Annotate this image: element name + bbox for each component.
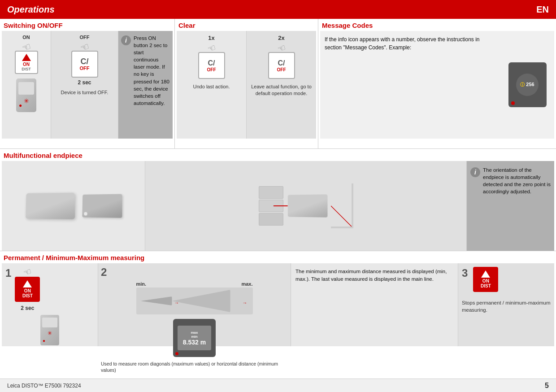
device-body: ● ✳: [16, 78, 36, 112]
step1-graphic: ☞ ON DIST 2 sec: [15, 267, 40, 311]
step1-num: 1: [5, 267, 11, 279]
switching-content: ON ☞ ON DIST ●: [2, 31, 173, 139]
display-red-dot: [175, 352, 178, 355]
perm-step1-row: 1 ☞ ON DIST 2 sec: [5, 267, 94, 311]
c-slash-1x: C/: [208, 59, 215, 67]
messages-text-panel: If the info icon appears with a number, …: [320, 31, 500, 139]
clear-1x-button: C/ OFF: [198, 52, 225, 79]
display-max: max: [191, 331, 198, 335]
page-title: Operations: [7, 4, 55, 15]
off-btn-text: OFF: [80, 65, 90, 71]
multi-panel-2: [145, 161, 467, 251]
perm-device-screen: [42, 318, 57, 327]
off-2x: OFF: [277, 67, 286, 72]
section-switching: Switching ON/OFF ON ☞ ON DIST: [0, 19, 175, 148]
dist-label-3: DIST: [481, 283, 491, 288]
multi-panel2-content: [259, 183, 353, 228]
section-multi: Multifunctional endpiece: [0, 149, 556, 251]
device-red-dot: [511, 101, 515, 105]
device-3d-1: [26, 193, 75, 219]
on-panel: ON ☞ ON DIST ●: [2, 31, 51, 139]
block-3: [259, 213, 283, 226]
usage-text: Used to measure room diagonals (maximum …: [101, 361, 288, 373]
section-permanent: Permament / Minimum-Maximum measuring 1 …: [0, 251, 556, 379]
on-label-3: ON: [482, 279, 489, 283]
svg-line-0: [331, 206, 352, 226]
on-device-illus: ● ✳: [16, 78, 36, 112]
laser-beam: [273, 205, 287, 206]
min-label: min.: [136, 281, 147, 287]
section-clear: Clear 1x ☞ C/ OFF Undo last action.: [175, 19, 318, 148]
device-endpiece: [84, 212, 87, 216]
on-dist-triangle: [23, 280, 32, 287]
permanent-heading: Permament / Minimum-Maximum measuring: [0, 251, 556, 263]
device-laser-group: [287, 195, 327, 217]
perm-red-dot: ●: [43, 338, 45, 343]
multi-info-panel: i The orientation of the endpiece is aut…: [467, 161, 554, 251]
perm-panel-1: 1 ☞ ON DIST 2 sec ●: [2, 263, 98, 346]
display-value: 8.532 m: [183, 339, 206, 346]
multi-device-2: [82, 194, 122, 218]
clear-2x-panel: 2x ☞ C/ OFF Leave actual function, go to…: [247, 31, 316, 139]
page-footer: Leica DISTO™ E7500i 792324 5: [0, 379, 556, 392]
minmax-bar-container: → →: [136, 287, 253, 314]
clear-2x-button: C/ OFF: [268, 52, 295, 79]
message-device-inner: ⓘ 256: [516, 74, 539, 96]
device-screen: [18, 82, 34, 95]
two-sec-label: 2 sec: [78, 79, 91, 86]
off-1x: OFF: [207, 67, 216, 72]
corner-wall: [331, 183, 353, 228]
messages-text: If the info icon appears with a number, …: [325, 35, 496, 52]
multi-devices-row: [25, 193, 122, 219]
section-messages: Message Codes If the info icon appears w…: [318, 19, 556, 148]
switch-info-panel: i Press ON button 2 sec to start continu…: [118, 31, 173, 139]
min-beam: [141, 296, 172, 305]
step3-row: 3 ON DIST: [462, 267, 551, 294]
clear-content: 1x ☞ C/ OFF Undo last action. 2x ☞: [177, 31, 316, 139]
top-sections: Switching ON/OFF ON ☞ ON DIST: [0, 19, 556, 149]
perm-panel-4: 3 ON DIST Stops permanent / minimum-maxi…: [458, 263, 554, 346]
step3-num: 3: [462, 267, 468, 279]
clear-heading: Clear: [175, 19, 318, 31]
clear-2x-graphic: ☞ C/ OFF: [268, 43, 295, 79]
on-dist-button: ON DIST: [15, 277, 40, 302]
star-on-icon: ✳: [24, 97, 29, 105]
permanent-content: 1 ☞ ON DIST 2 sec ●: [2, 263, 554, 346]
perm-panel-3: The minimum and maximum distance measure…: [291, 263, 458, 346]
display-content: max min 8.532 m: [183, 331, 206, 346]
on-triangle: [22, 54, 31, 61]
switching-heading: Switching ON/OFF: [0, 19, 174, 31]
on-dist-triangle-3: [481, 270, 490, 278]
device-3d-2: [82, 194, 122, 218]
leave-text: Leave actual function, go to default ope…: [249, 83, 313, 97]
c-slash-2x: C/: [278, 59, 285, 67]
press-1x-label: 1x: [208, 35, 214, 41]
minmax-visual: min. max. → →: [101, 281, 288, 314]
max-arrow-indicator: →: [243, 300, 248, 305]
off-label: OFF: [80, 35, 90, 40]
stop-text: Stops permanent / minimum-maximum measur…: [462, 299, 551, 314]
clear-1x-panel: 1x ☞ C/ OFF Undo last action.: [177, 31, 247, 139]
multi-device-1: [25, 193, 74, 219]
on-label-perm: ON: [24, 288, 31, 293]
multi-info-icon: i: [470, 167, 480, 177]
on-label: ON: [22, 35, 30, 40]
dist-label-perm: DIST: [22, 293, 33, 298]
off-button-graphic: C/ OFF: [71, 51, 98, 78]
message-device-box: ⓘ 256: [508, 62, 547, 107]
messages-device-panel: ⓘ 256: [500, 31, 554, 139]
multi-heading: Multifunctional endpiece: [0, 149, 556, 161]
messages-content: If the info icon appears with a number, …: [320, 31, 554, 139]
undo-text: Undo last action.: [193, 83, 230, 90]
off-graphic: ☞ C/ OFF: [71, 42, 98, 78]
on-text: ON: [23, 62, 30, 67]
display-min: min: [191, 335, 197, 339]
perm-device-illus: ● ✳: [40, 315, 59, 345]
dist-text: DIST: [22, 67, 31, 71]
min-arrow-indicator: →: [174, 300, 179, 305]
multi-content: i The orientation of the endpiece is aut…: [2, 161, 554, 251]
step2-row: 2: [101, 266, 288, 281]
display-screen: max min 8.532 m: [178, 326, 211, 350]
switch-info-text: Press ON button 2 sec to start continuou…: [134, 35, 170, 107]
device-display: max min 8.532 m: [173, 319, 216, 357]
